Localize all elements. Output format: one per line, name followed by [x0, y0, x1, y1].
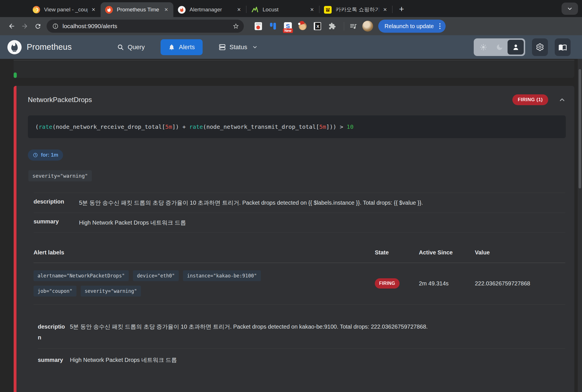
firing-count-badge: FIRING (1): [512, 94, 548, 105]
prometheus-navbar: Prometheus Query Alerts Status: [0, 35, 582, 59]
tab-kakao-shopping[interactable]: 카카오톡 쇼핑하기 ×: [319, 2, 392, 17]
page-scrollbar[interactable]: [578, 59, 582, 392]
tab-title: View panel - _coupo: [44, 7, 88, 13]
monkey-emoji-extension-icon[interactable]: [298, 22, 307, 30]
profile-avatar[interactable]: [362, 21, 373, 32]
brand-title: Prometheus: [27, 42, 72, 52]
bookmark-star-icon[interactable]: [232, 23, 239, 30]
annotation-value: 5분 동안 송수신 패킷 드롭의 초당 증가율이 10 초과하면 트리거. Pa…: [79, 198, 565, 207]
screenshot-extension-icon[interactable]: [254, 22, 263, 30]
alert-labels-cell: alertname="NetworkPacketDrops" device="e…: [34, 270, 375, 296]
close-icon[interactable]: ×: [381, 6, 389, 13]
theme-light-sun-icon[interactable]: [475, 40, 491, 55]
tab-locust[interactable]: Locust ×: [246, 2, 319, 17]
alert-card-networkpacketdrops: NetworkPacketDrops FIRING (1) (rate(node…: [14, 86, 574, 392]
navbar-right-controls: [474, 38, 571, 56]
annotation-value: High Network Packet Drops 네트워크 드롭: [79, 218, 565, 227]
chevron-up-icon[interactable]: [558, 96, 566, 103]
nav-alerts-label: Alerts: [179, 43, 195, 51]
bell-icon: [168, 44, 175, 51]
alert-card-header[interactable]: NetworkPacketDrops FIRING (1): [25, 94, 566, 105]
relaunch-to-update-button[interactable]: Relaunch to update: [378, 20, 446, 33]
back-button[interactable]: [5, 20, 18, 33]
label-chip-instance: instance="kakao-be:9100": [183, 270, 261, 281]
close-icon[interactable]: ×: [235, 6, 243, 13]
extensions-row: S New X: [254, 22, 336, 30]
tab-title: Locust: [263, 7, 306, 13]
grafana-icon: [32, 6, 40, 14]
relaunch-label: Relaunch to update: [384, 23, 434, 30]
rule-label-severity: severity="warning": [28, 170, 92, 181]
promql-expression: (rate(node_network_receive_drop_total[5m…: [28, 115, 566, 138]
book-x-extension-icon[interactable]: X: [313, 22, 322, 30]
tab-grafana-view-panel[interactable]: View panel - _coupo ×: [28, 2, 101, 17]
theme-system-user-icon[interactable]: [508, 40, 524, 55]
healthy-alert-border: [14, 72, 17, 78]
docs-book-icon[interactable]: [555, 38, 571, 56]
instance-annotations: description 5분 동안 송수신 패킷 드롭의 초당 증가율이 10 …: [38, 316, 565, 371]
tab-prometheus-active[interactable]: Prometheus Time S ×: [101, 2, 173, 17]
alert-rule-name: NetworkPacketDrops: [28, 96, 92, 104]
nav-query-label: Query: [128, 43, 145, 51]
settings-gear-icon[interactable]: [532, 38, 548, 56]
annotation-key: summary: [38, 354, 70, 365]
for-duration-label: for: 1m: [41, 152, 58, 158]
tab-search-menu-button[interactable]: [562, 3, 578, 15]
close-icon[interactable]: ×: [90, 6, 97, 13]
table-header-row: Alert labels State Active Since Value: [34, 245, 565, 263]
prometheus-logo[interactable]: [7, 40, 22, 54]
browser-tab-strip: View panel - _coupo × Prometheus Time S …: [0, 0, 582, 17]
annotation-row-description: description 5분 동안 송수신 패킷 드롭의 초당 증가율이 10 …: [38, 316, 565, 349]
navbar-items: Query Alerts Status: [114, 39, 261, 55]
previous-alert-card-bottom: [14, 60, 574, 78]
browser-toolbar: localhost:9090/alerts S New X Relaunch t…: [0, 17, 582, 35]
label-chip-device: device="eth0": [133, 270, 179, 281]
label-chip-severity: severity="warning": [81, 286, 141, 296]
annotation-row-summary: summary High Network Packet Drops 네트워크 드…: [34, 213, 565, 233]
chevron-down-icon: [252, 44, 258, 50]
label-chip-alertname: alertname="NetworkPacketDrops": [34, 270, 129, 281]
annotation-key: description: [38, 321, 70, 343]
col-header-active-since: Active Since: [419, 249, 475, 256]
annotation-row-summary: summary High Network Packet Drops 네트워크 드…: [38, 349, 565, 371]
s-extension-icon[interactable]: S New: [284, 22, 292, 30]
nav-item-status[interactable]: Status: [216, 40, 261, 55]
scrollbar-thumb[interactable]: [579, 69, 581, 188]
nav-item-alerts[interactable]: Alerts: [161, 39, 202, 55]
database-icon: [219, 43, 226, 51]
col-header-state: State: [375, 249, 419, 256]
clock-icon: [33, 152, 38, 158]
alerts-page-content: NetworkPacketDrops FIRING (1) (rate(node…: [0, 59, 582, 392]
new-tab-button[interactable]: +: [395, 3, 408, 15]
tab-title: 카카오톡 쇼핑하기: [336, 6, 379, 13]
reload-button[interactable]: [31, 20, 44, 33]
new-badge: New: [283, 28, 293, 33]
chart-bars-extension-icon[interactable]: [269, 22, 277, 30]
close-icon[interactable]: ×: [163, 6, 170, 13]
annotation-key: summary: [34, 218, 79, 227]
nav-item-query[interactable]: Query: [114, 40, 147, 55]
firing-state-badge: FIRING: [375, 278, 400, 289]
active-since-cell: 2m 49.314s: [419, 280, 475, 287]
url-text: localhost:9090/alerts: [63, 23, 117, 30]
col-header-alert-labels: Alert labels: [34, 249, 375, 256]
forward-button[interactable]: [18, 20, 31, 33]
theme-dark-moon-icon[interactable]: [491, 40, 508, 55]
close-icon[interactable]: ×: [308, 6, 316, 13]
nav-status-label: Status: [230, 43, 247, 51]
media-controls-icon[interactable]: [349, 22, 357, 30]
site-info-icon[interactable]: [51, 21, 60, 31]
tab-title: Alertmanager: [190, 7, 233, 13]
state-cell: FIRING: [375, 278, 419, 289]
extensions-puzzle-icon[interactable]: [328, 22, 336, 30]
tab-alertmanager[interactable]: Alertmanager ×: [173, 2, 246, 17]
kebab-menu-icon[interactable]: [438, 22, 442, 30]
kakao-shop-icon: [324, 6, 332, 14]
rule-annotations: description 5분 동안 송수신 패킷 드롭의 초당 증가율이 10 …: [34, 193, 565, 233]
address-bar[interactable]: localhost:9090/alerts: [47, 20, 244, 33]
tab-title: Prometheus Time S: [117, 7, 160, 13]
locust-icon: [251, 6, 259, 14]
annotation-value: 5분 동안 송수신 패킷 드롭의 초당 증가율이 10 초과하면 트리거. Pa…: [70, 321, 565, 343]
theme-toggle-group: [474, 38, 525, 56]
toolbar-separator: [344, 22, 344, 30]
